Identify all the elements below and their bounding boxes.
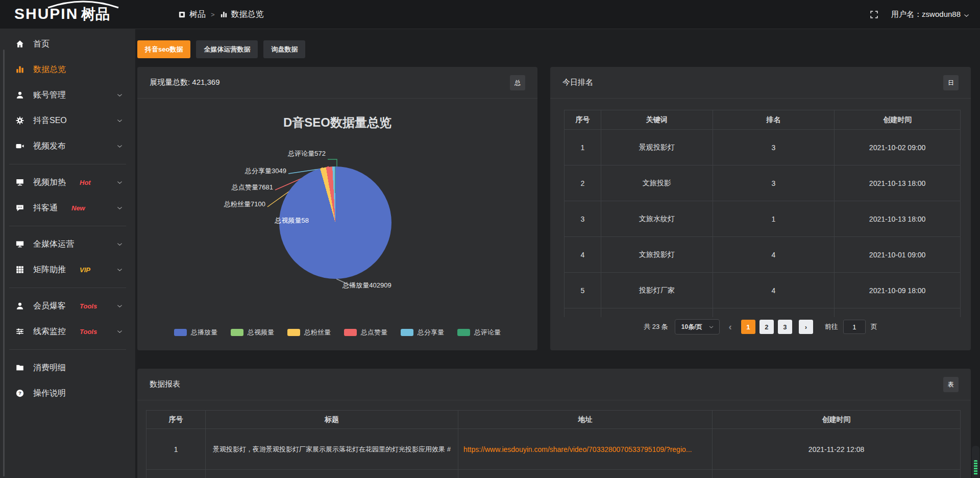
report-cell-url: https://www.iesdouyin.com/share/video/70…	[458, 429, 712, 470]
breadcrumb-root-label: 树品	[189, 9, 206, 20]
monitor-icon	[15, 240, 24, 249]
breadcrumb-current-label: 数据总览	[231, 9, 264, 20]
chat-icon	[15, 203, 24, 212]
tab-media-ops-data[interactable]: 全媒体运营数据	[196, 40, 258, 58]
sidebar-divider	[9, 164, 126, 164]
table-cell: 文旅投影灯	[601, 237, 713, 273]
table-cell	[835, 308, 961, 318]
app-logo[interactable]: SHUPIN 树品	[14, 5, 110, 22]
sidebar-item-matrix-boost[interactable]: 矩阵助推VIP	[0, 257, 135, 282]
legend-label: 总视频量	[248, 328, 274, 337]
page-button-2[interactable]: 2	[760, 320, 774, 334]
overview-panel-header: 展现量总数: 421,369 总	[137, 67, 537, 99]
goto-unit: 页	[871, 322, 877, 331]
table-cell	[206, 470, 458, 478]
top-bar: SHUPIN 树品 树品 > 数据总览 用户名：zswodun88	[0, 0, 980, 29]
tab-inquiry-data[interactable]: 询盘数据	[263, 40, 305, 58]
table-row: 1景观投影灯32021-10-02 09:00	[565, 130, 961, 165]
sidebar-item-douyin-seo[interactable]: 抖音SEO	[0, 108, 135, 133]
overview-panel: 展现量总数: 421,369 总 D音SEO数据量总览 总评论量572 总分享量…	[137, 67, 537, 350]
overview-badge-button[interactable]: 总	[510, 75, 525, 90]
logo-text-cn: 树品	[81, 6, 110, 22]
report-panel: 数据报表 表 序号标题地址创建时间 1景观投影灯，夜游景观投影灯厂家展示展示落花…	[137, 369, 971, 478]
sidebar-item-label: 抖音SEO	[33, 115, 67, 126]
sidebar-item-overview[interactable]: 数据总览	[0, 57, 135, 82]
table-cell: 2021-10-13 18:00	[835, 165, 961, 201]
ranking-table-header-row: 序号关键词排名创建时间	[565, 110, 961, 130]
pagination: 共 23 条 10条/页 ‹ 123 › 前往 页	[550, 319, 971, 334]
table-cell: 3	[565, 201, 601, 237]
report-cell-time: 2021-11-22 12:08	[713, 429, 961, 470]
chevron-down-icon	[963, 12, 970, 19]
user-menu[interactable]: 用户名：zswodun88	[891, 10, 970, 19]
page-scrollbar-track	[972, 446, 979, 478]
table-cell: 投影灯厂家	[601, 273, 713, 308]
table-cell: 3	[713, 165, 835, 201]
page-scrollbar-thumb[interactable]	[974, 460, 977, 475]
sidebar-item-label: 消费明细	[33, 363, 66, 373]
table-cell: 文旅水纹灯	[601, 201, 713, 237]
breadcrumb-root[interactable]: 树品	[178, 9, 206, 20]
sidebar-item-label: 账号管理	[33, 90, 66, 101]
chevron-down-icon	[116, 143, 123, 150]
sidebar-divider	[9, 288, 126, 288]
video-link[interactable]: https://www.iesdouyin.com/share/video/70…	[463, 445, 692, 453]
table-row: 1景观投影灯，夜游景观投影灯厂家展示展示落花灯在花园里的灯光投影应用效果 #ht…	[146, 429, 961, 470]
bar-chart-icon	[220, 11, 228, 18]
goto-page-input[interactable]	[843, 320, 866, 334]
sidebar-item-member-boom[interactable]: 会员爆客Tools	[0, 293, 135, 319]
sidebar: 首页数据总览账号管理抖音SEO视频发布视频加热Hot抖客通New全媒体运营矩阵助…	[0, 29, 135, 478]
sliders-icon	[15, 327, 24, 336]
breadcrumb-current[interactable]: 数据总览	[220, 9, 264, 20]
legend-item-3[interactable]: 总粉丝量	[287, 328, 331, 337]
fullscreen-icon[interactable]	[869, 10, 879, 19]
table-cell: 4	[565, 237, 601, 273]
report-panel-header: 数据报表 表	[137, 369, 971, 400]
ranking-panel-header: 今日排名 日	[550, 67, 971, 99]
sidebar-item-video-heat[interactable]: 视频加热Hot	[0, 170, 135, 195]
chevron-down-icon	[116, 179, 123, 186]
page-button-1[interactable]: 1	[741, 320, 755, 334]
sidebar-item-label: 全媒体运营	[33, 239, 74, 250]
sidebar-item-account[interactable]: 账号管理	[0, 82, 135, 108]
pagination-total: 共 23 条	[644, 322, 668, 331]
pie-label-videos: 总视频量58	[275, 216, 309, 225]
sidebar-item-badge: Hot	[80, 179, 91, 186]
sidebar-item-leads-monitor[interactable]: 线索监控Tools	[0, 319, 135, 344]
sidebar-item-home[interactable]: 首页	[0, 31, 135, 57]
sidebar-item-spending[interactable]: 消费明细	[0, 355, 135, 380]
ranking-badge-button[interactable]: 日	[943, 75, 959, 90]
legend-item-6[interactable]: 总评论量	[457, 328, 501, 337]
chevron-down-icon	[116, 267, 123, 273]
pie-label-fans: 总粉丝量7100	[224, 200, 265, 208]
ranking-title: 今日排名	[562, 78, 593, 87]
goto-page: 前往 页	[825, 320, 877, 334]
prev-page-button[interactable]: ‹	[726, 321, 734, 332]
legend-item-5[interactable]: 总分享量	[401, 328, 444, 337]
chevron-down-icon	[116, 205, 123, 211]
sidebar-item-video-publish[interactable]: 视频发布	[0, 133, 135, 159]
page-size-select[interactable]: 10条/页	[675, 319, 720, 334]
pie-label-shares: 总分享量3049	[245, 166, 286, 175]
sidebar-item-help[interactable]: ?操作说明	[0, 380, 135, 406]
legend-item-1[interactable]: 总播放量	[174, 328, 217, 337]
page-button-3[interactable]: 3	[778, 320, 792, 334]
page-buttons: 123	[741, 320, 792, 334]
sidebar-item-douketong[interactable]: 抖客通New	[0, 195, 135, 221]
legend-label: 总粉丝量	[304, 328, 331, 337]
sidebar-item-badge: VIP	[80, 266, 90, 274]
table-cell	[146, 470, 206, 478]
sidebar-item-media-ops[interactable]: 全媒体运营	[0, 231, 135, 257]
table-row: 2文旅投影32021-10-13 18:00	[565, 165, 961, 201]
next-page-button[interactable]: ›	[799, 320, 813, 334]
report-badge-button[interactable]: 表	[943, 377, 959, 392]
sidebar-item-label: 会员爆客	[33, 301, 66, 312]
legend-item-2[interactable]: 总视频量	[231, 328, 274, 337]
legend-item-4[interactable]: 总点赞量	[344, 328, 387, 337]
tab-douyin-seo-data[interactable]: 抖音seo数据	[137, 40, 190, 58]
ranking-column-header: 关键词	[601, 110, 713, 130]
report-cell-index: 1	[146, 429, 206, 470]
legend-swatch	[231, 329, 243, 336]
report-cell-title: 景观投影灯，夜游景观投影灯厂家展示展示落花灯在花园里的灯光投影应用效果 #	[206, 429, 458, 470]
ranking-table: 序号关键词排名创建时间 1景观投影灯32021-10-02 09:002文旅投影…	[564, 110, 961, 317]
